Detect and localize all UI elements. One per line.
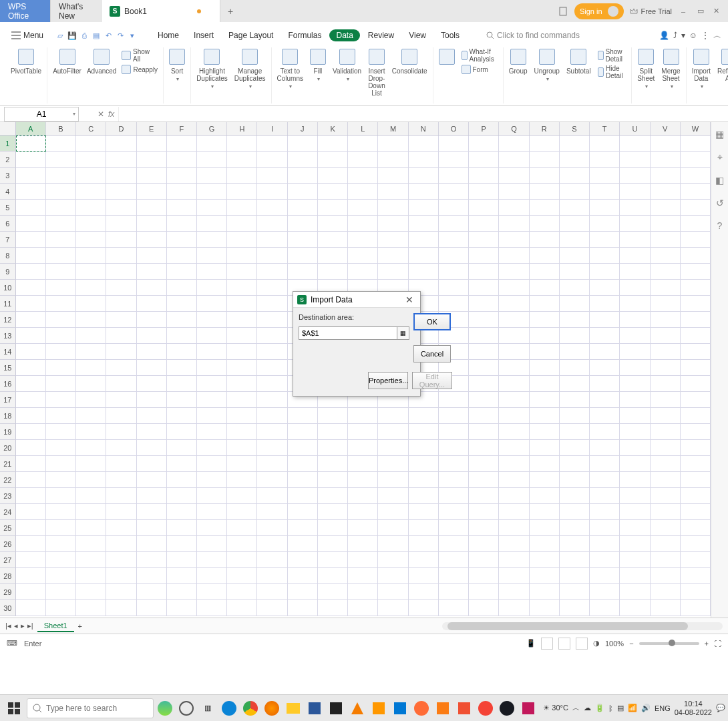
cell[interactable] [227,424,257,440]
cell[interactable] [46,312,76,328]
cell[interactable] [409,136,439,152]
cell[interactable] [530,280,560,296]
cell[interactable] [137,344,167,360]
cell[interactable] [197,184,227,200]
cell[interactable] [137,392,167,408]
free-trial-button[interactable]: Free Trial [625,3,676,19]
cell[interactable] [197,152,227,168]
cell[interactable] [348,200,378,216]
cell[interactable] [76,152,106,168]
cell[interactable] [257,584,287,600]
cell[interactable] [348,408,378,424]
cell[interactable] [681,216,711,232]
cell[interactable] [620,168,650,184]
cell[interactable] [439,280,469,296]
cell[interactable] [681,552,711,568]
cell[interactable] [590,536,620,552]
cell[interactable] [590,392,620,408]
cell[interactable] [137,504,167,520]
cell[interactable] [197,472,227,488]
cell[interactable] [137,152,167,168]
cell[interactable] [348,264,378,280]
cell[interactable] [106,456,136,472]
cell[interactable] [439,536,469,552]
cell[interactable] [439,552,469,568]
cell[interactable] [167,520,197,536]
cell[interactable] [378,456,408,472]
cell[interactable] [681,200,711,216]
cell[interactable] [106,248,136,264]
column-header[interactable]: F [167,122,197,135]
cell[interactable] [227,472,257,488]
cell[interactable] [469,376,499,392]
cell[interactable] [378,264,408,280]
cell[interactable] [530,216,560,232]
highlight-duplicates-button[interactable]: Highlight Duplicates [195,47,229,91]
cell[interactable] [257,408,287,424]
cell[interactable] [167,328,197,344]
cell[interactable] [469,568,499,584]
cell[interactable] [651,312,681,328]
column-header[interactable]: K [318,122,348,135]
cell[interactable] [409,248,439,264]
row-header[interactable]: 7 [0,232,16,248]
cell[interactable] [439,296,469,312]
cell[interactable] [106,344,136,360]
cell[interactable] [227,296,257,312]
cell[interactable] [348,504,378,520]
cell[interactable] [560,472,590,488]
manage-duplicates-button[interactable]: Manage Duplicates [233,47,267,91]
cell[interactable] [530,504,560,520]
cell[interactable] [530,200,560,216]
edge-icon[interactable] [219,698,239,718]
cell[interactable] [620,152,650,168]
cell[interactable] [620,248,650,264]
row-header[interactable]: 1 [0,136,16,152]
cell[interactable] [560,456,590,472]
cell[interactable] [409,168,439,184]
notifications-icon[interactable]: 💬 [716,704,725,712]
column-header[interactable]: O [439,122,469,135]
sheet-first-icon[interactable]: |◂ [5,622,11,630]
cell[interactable] [620,536,650,552]
cell[interactable] [46,136,76,152]
cell[interactable] [651,248,681,264]
cell[interactable] [288,504,318,520]
row-header[interactable]: 23 [0,488,16,504]
fullscreen-icon[interactable]: ⛶ [714,640,721,648]
language-indicator[interactable]: ENG [655,704,671,712]
row-header[interactable]: 13 [0,328,16,344]
cell[interactable] [167,360,197,376]
column-header[interactable]: T [590,122,620,135]
cell[interactable] [590,184,620,200]
cell[interactable] [76,408,106,424]
cell[interactable] [469,424,499,440]
cell[interactable] [106,136,136,152]
cell[interactable] [378,136,408,152]
column-header[interactable]: G [197,122,227,135]
cell[interactable] [197,536,227,552]
cell[interactable] [469,248,499,264]
battery-icon[interactable]: 🔋 [595,704,604,712]
cell[interactable] [530,488,560,504]
cell[interactable] [378,232,408,248]
cell[interactable] [288,440,318,456]
cell[interactable] [439,472,469,488]
cell[interactable] [106,280,136,296]
cell[interactable] [76,392,106,408]
cell[interactable] [288,520,318,536]
cell[interactable] [167,456,197,472]
cell[interactable] [530,568,560,584]
cell[interactable] [469,216,499,232]
cell[interactable] [288,184,318,200]
cell[interactable] [530,184,560,200]
cell[interactable] [378,520,408,536]
cell[interactable] [46,168,76,184]
cell[interactable] [590,296,620,312]
cell[interactable] [681,440,711,456]
cell[interactable] [167,552,197,568]
cell[interactable] [590,520,620,536]
cell[interactable] [439,168,469,184]
cell[interactable] [46,344,76,360]
cell[interactable] [499,216,529,232]
